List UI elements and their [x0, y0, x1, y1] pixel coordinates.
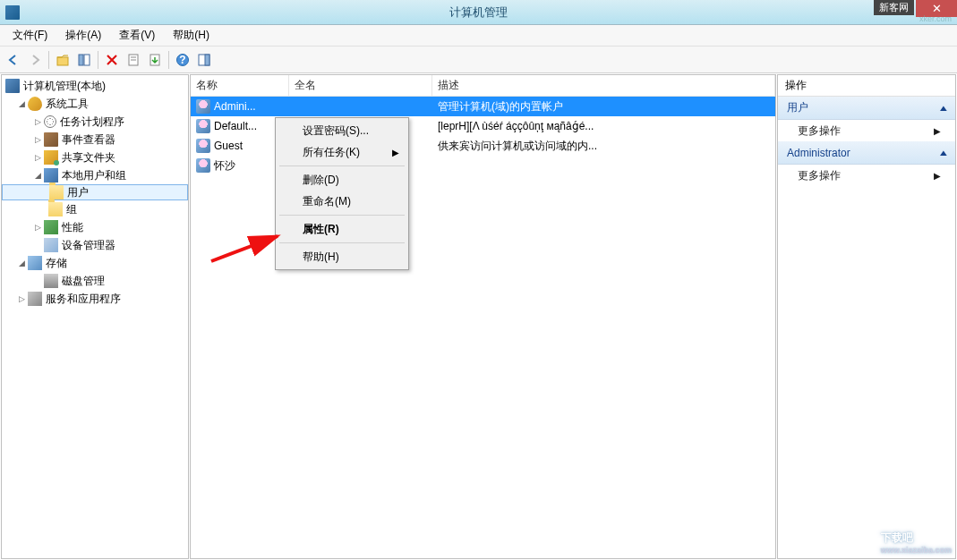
up-button[interactable] [53, 50, 73, 70]
tree-panel[interactable]: 计算机管理(本地) ◢系统工具 ▷任务计划程序 ▷事件查看器 ▷共享文件夹 ◢本… [1, 74, 189, 559]
ctx-rename[interactable]: 重命名(M) [278, 191, 406, 212]
collapse-icon[interactable]: ◢ [16, 258, 27, 268]
storage-icon [28, 256, 42, 270]
submenu-arrow-icon: ▶ [934, 126, 941, 136]
ctx-separator [279, 242, 405, 243]
submenu-arrow-icon: ▶ [934, 171, 941, 181]
share-icon [44, 150, 58, 165]
actions-section-label: Administrator [787, 147, 850, 159]
expand-icon[interactable]: ▷ [32, 134, 43, 145]
blank-expander [32, 276, 43, 286]
tree-users-folder[interactable]: 用户 [2, 184, 188, 200]
device-icon [44, 238, 58, 252]
svg-rect-10 [205, 55, 209, 65]
svg-rect-2 [84, 55, 90, 65]
collapse-arrow-icon: ▴ [940, 102, 947, 114]
folder-icon [48, 202, 63, 216]
ctx-set-password[interactable]: 设置密码(S)... [278, 120, 406, 141]
list-header: 名称 全名 描述 [191, 75, 775, 97]
site-badge: 新客网 [874, 0, 914, 15]
collapse-icon[interactable]: ◢ [32, 170, 43, 181]
column-header-description[interactable]: 描述 [432, 75, 775, 96]
computer-mgmt-icon [5, 79, 20, 93]
folder-icon [49, 185, 64, 199]
user-description: [leprH][Λ ùśéŕ áççôûņţ мąñâǵé... [432, 120, 775, 132]
tree-groups-folder[interactable]: 组 [2, 200, 188, 218]
forward-button[interactable] [25, 50, 45, 70]
tree-event-viewer[interactable]: ▷事件查看器 [2, 131, 188, 148]
user-name: Default... [214, 120, 257, 132]
actions-link-label: 更多操作 [798, 168, 841, 183]
window-title: 计算机管理 [449, 4, 508, 21]
svg-rect-1 [79, 55, 83, 65]
submenu-arrow-icon: ▶ [392, 148, 399, 157]
tree-services-apps[interactable]: ▷服务和应用程序 [2, 290, 188, 308]
actions-section-administrator[interactable]: Administrator ▴ [778, 141, 955, 165]
ctx-separator [279, 215, 405, 216]
performance-icon [44, 220, 58, 234]
disk-icon [44, 274, 58, 288]
column-header-name[interactable]: 名称 [191, 75, 289, 96]
svg-text:?: ? [179, 54, 185, 66]
clock-icon [44, 115, 56, 128]
back-button[interactable] [4, 50, 23, 70]
action-pane-button[interactable] [194, 50, 214, 70]
actions-pane-title: 操作 [778, 75, 955, 97]
expand-icon[interactable]: ▷ [32, 222, 43, 233]
tree-shared-folders[interactable]: ▷共享文件夹 [2, 148, 188, 166]
tree-task-scheduler[interactable]: ▷任务计划程序 [2, 113, 188, 131]
actions-panel: 操作 用户 ▴ 更多操作 ▶ Administrator ▴ 更多操作 ▶ [777, 74, 956, 559]
menu-action[interactable]: 操作(A) [56, 25, 110, 46]
tools-icon [28, 97, 42, 111]
ctx-separator [279, 165, 405, 166]
ctx-properties[interactable]: 属性(R) [278, 218, 406, 240]
user-description: 管理计算机(域)的内置帐户 [432, 99, 775, 115]
collapse-icon[interactable]: ◢ [16, 98, 27, 109]
export-button[interactable] [145, 50, 165, 70]
titlebar: 计算机管理 新客网 ✕ xker.com [0, 0, 957, 25]
menu-file[interactable]: 文件(F) [4, 25, 56, 46]
actions-link-label: 更多操作 [798, 123, 841, 139]
menu-view[interactable]: 查看(V) [110, 25, 164, 46]
event-icon [44, 132, 58, 147]
expand-icon[interactable]: ▷ [32, 116, 43, 127]
tree-system-tools[interactable]: ◢系统工具 [2, 95, 188, 113]
expand-icon[interactable]: ▷ [16, 293, 27, 304]
show-hide-tree-button[interactable] [74, 50, 94, 70]
actions-section-label: 用户 [787, 100, 808, 115]
tree-device-manager[interactable]: 设备管理器 [2, 236, 188, 254]
delete-button[interactable] [102, 50, 122, 70]
user-name: Admini... [214, 100, 256, 113]
user-icon [196, 99, 210, 114]
main-area: 计算机管理(本地) ◢系统工具 ▷任务计划程序 ▷事件查看器 ▷共享文件夹 ◢本… [0, 73, 957, 560]
tree-performance[interactable]: ▷性能 [2, 218, 188, 236]
tree-storage[interactable]: ◢存储 [2, 254, 188, 272]
collapse-arrow-icon: ▴ [940, 147, 947, 158]
tree-root[interactable]: 计算机管理(本地) [2, 77, 188, 95]
list-row-administrator[interactable]: Admini... 管理计算机(域)的内置帐户 [191, 97, 775, 116]
help-button[interactable]: ? [173, 50, 192, 70]
context-menu: 设置密码(S)... 所有任务(K)▶ 删除(D) 重命名(M) 属性(R) 帮… [275, 117, 409, 270]
ctx-delete[interactable]: 删除(D) [278, 169, 406, 191]
blank-expander [32, 240, 43, 250]
expand-icon[interactable]: ▷ [32, 152, 43, 163]
properties-button[interactable] [124, 50, 143, 70]
user-name: 怀沙 [214, 158, 235, 174]
ctx-help[interactable]: 帮助(H) [278, 246, 406, 267]
tree-disk-management[interactable]: 磁盘管理 [2, 272, 188, 290]
user-name: Guest [214, 140, 243, 152]
services-icon [28, 292, 42, 306]
menu-help[interactable]: 帮助(H) [164, 25, 218, 46]
app-icon [5, 5, 20, 20]
user-icon [196, 158, 210, 173]
actions-more-admin[interactable]: 更多操作 ▶ [778, 165, 955, 186]
menubar: 文件(F) 操作(A) 查看(V) 帮助(H) [0, 25, 957, 47]
tree-local-users-groups[interactable]: ◢本地用户和组 [2, 166, 188, 184]
users-icon [44, 168, 58, 182]
column-header-fullname[interactable]: 全名 [289, 75, 432, 96]
actions-section-users[interactable]: 用户 ▴ [778, 97, 955, 120]
actions-more-users[interactable]: 更多操作 ▶ [778, 120, 955, 141]
watermark-small: xker.com [919, 14, 952, 23]
ctx-all-tasks[interactable]: 所有任务(K)▶ [278, 141, 406, 163]
user-icon [196, 119, 210, 133]
